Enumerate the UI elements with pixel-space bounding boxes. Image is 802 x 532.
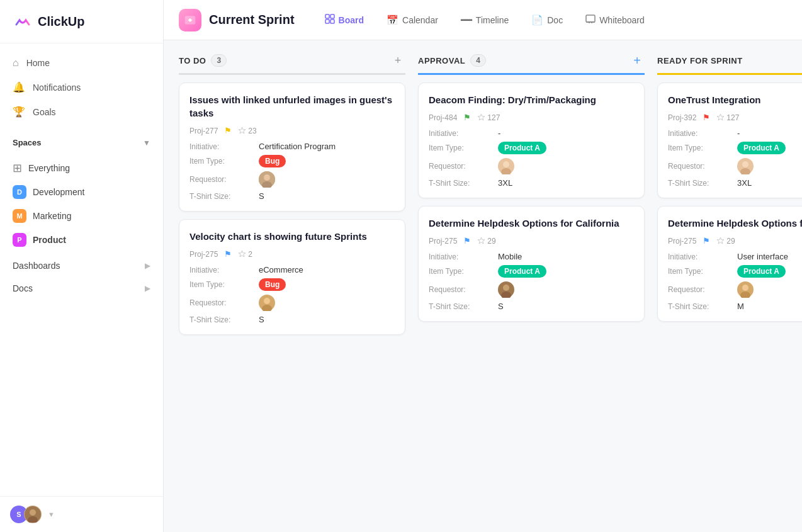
field-requestor-5: Requestor: [668, 158, 802, 174]
initiative-label-2: Initiative: [189, 266, 259, 274]
svg-point-17 [264, 298, 270, 304]
star-score-2: 2 [238, 250, 252, 259]
tshirt-label-4: T-Shirt Size: [429, 302, 498, 311]
svg-rect-5 [325, 14, 329, 18]
card-proj-5: Proj-392 [668, 113, 696, 122]
field-itemtype-3: Item Type: Product A [429, 142, 634, 154]
spaces-section-header[interactable]: Spaces ▼ [0, 132, 163, 154]
tab-doc-label: Doc [547, 15, 563, 25]
field-requestor-3: Requestor: [429, 158, 634, 174]
nav-tabs: Board 📅 Calendar ━━ Timeline 📄 Doc [315, 9, 787, 31]
tab-whiteboard[interactable]: Whiteboard [575, 9, 655, 31]
requestor-avatar-4 [498, 281, 514, 298]
card-6: Determine Helpdesk Options for Californi… [657, 206, 802, 322]
tab-calendar[interactable]: 📅 Calendar [376, 9, 448, 31]
card-meta-5: Proj-392 ⚑ 127 [668, 113, 802, 122]
card-meta-3: Proj-484 ⚑ 127 [429, 113, 634, 122]
card-fields-5: Initiative: - Item Type: Product A Reque… [668, 128, 802, 188]
field-initiative-6: Initiative: User interface [668, 252, 802, 261]
star-score-4: 29 [477, 237, 495, 246]
column-header-approval: APPROVAL 4 + [418, 53, 645, 75]
tab-timeline[interactable]: ━━ Timeline [451, 9, 519, 31]
card-meta-4: Proj-275 ⚑ 29 [429, 236, 634, 246]
column-title-ready: READY FOR SPRINT [657, 56, 743, 65]
card-proj-1: Proj-277 [189, 127, 218, 135]
field-tshirt-6: T-Shirt Size: M [668, 302, 802, 311]
trophy-icon: 🏆 [13, 106, 25, 118]
field-initiative-5: Initiative: - [668, 128, 802, 138]
sidebar-item-development[interactable]: D Development [0, 180, 163, 204]
card-2: Velocity chart is showing future Sprints… [179, 219, 405, 335]
requestor-label-3: Requestor: [429, 162, 498, 171]
card-3: Deacom Finding: Dry/Trim/Packaging Proj-… [418, 82, 645, 198]
field-initiative-4: Initiative: Mobile [429, 252, 634, 261]
tab-board[interactable]: Board [315, 9, 374, 31]
tshirt-label-3: T-Shirt Size: [429, 179, 498, 188]
tab-whiteboard-label: Whiteboard [599, 15, 645, 25]
card-title-4: Determine Helpdesk Options for Californi… [429, 217, 634, 230]
itemtype-label-3: Item Type: [429, 144, 498, 152]
field-requestor-4: Requestor: [429, 281, 634, 298]
field-initiative-2: Initiative: eCommerce [189, 265, 395, 274]
tshirt-value-1: S [259, 191, 264, 201]
field-tshirt-4: T-Shirt Size: S [429, 302, 634, 311]
column-header-todo: TO DO 3 + [179, 53, 405, 75]
add-card-approval-button[interactable]: + [630, 53, 645, 68]
tshirt-value-2: S [259, 315, 264, 324]
card-fields-3: Initiative: - Item Type: Product A Reque… [429, 128, 634, 188]
score-1: 23 [248, 127, 256, 135]
sidebar-item-dashboards[interactable]: Dashboards ▶ [0, 254, 163, 277]
card-title-2: Velocity chart is showing future Sprints [189, 230, 395, 243]
svg-point-1 [30, 509, 36, 516]
column-todo: TO DO 3 + Issues with linked unfurled im… [179, 53, 405, 519]
initiative-value-3: - [498, 128, 500, 138]
requestor-avatar-3 [498, 158, 514, 174]
initiative-value-1: Certification Program [259, 142, 336, 151]
flag-icon-3: ⚑ [463, 113, 471, 122]
card-proj-6: Proj-275 [668, 237, 696, 246]
chevron-down-user[interactable]: ▼ [48, 511, 55, 518]
user-avatar-stack[interactable]: S [10, 506, 42, 523]
sidebar-label-goals: Goals [33, 107, 56, 117]
sidebar-label-everything: Everything [28, 163, 70, 173]
score-2: 2 [248, 250, 252, 259]
sidebar-label-product: Product [33, 235, 66, 245]
sidebar-item-notifications[interactable]: 🔔 Notifications [0, 75, 163, 99]
field-itemtype-1: Item Type: Bug [189, 155, 395, 167]
sidebar-item-docs[interactable]: Docs ▶ [0, 277, 163, 300]
sidebar-item-product[interactable]: P Product [0, 228, 163, 252]
tab-board-label: Board [339, 15, 364, 25]
card-fields-6: Initiative: User interface Item Type: Pr… [668, 252, 802, 311]
home-icon: ⌂ [13, 57, 19, 69]
score-5: 127 [726, 113, 739, 122]
sidebar-label-marketing: Marketing [33, 211, 71, 221]
sidebar-item-everything[interactable]: ⊞ Everything [0, 156, 163, 180]
requestor-label-2: Requestor: [189, 298, 259, 307]
sidebar-item-marketing[interactable]: M Marketing [0, 204, 163, 228]
sidebar-item-home[interactable]: ⌂ Home [0, 51, 163, 75]
column-count-approval: 4 [470, 54, 486, 67]
initiative-value-5: - [737, 128, 740, 138]
card-title-6: Determine Helpdesk Options for Californi… [668, 217, 802, 230]
flag-icon-2: ⚑ [224, 249, 232, 259]
tab-doc[interactable]: 📄 Doc [521, 9, 573, 31]
add-card-todo-button[interactable]: + [390, 53, 405, 68]
svg-rect-6 [330, 14, 334, 18]
tshirt-value-6: M [737, 302, 744, 311]
column-header-ready: READY FOR SPRINT + [657, 53, 802, 75]
sidebar-item-goals[interactable]: 🏆 Goals [0, 99, 163, 124]
itemtype-label-1: Item Type: [189, 157, 259, 166]
sidebar-bottom: Dashboards ▶ Docs ▶ [0, 254, 163, 300]
field-itemtype-4: Item Type: Product A [429, 265, 634, 278]
field-itemtype-5: Item Type: Product A [668, 142, 802, 154]
whiteboard-icon [585, 14, 596, 26]
initiative-label-6: Initiative: [668, 252, 737, 261]
column-ready: READY FOR SPRINT + OneTrust Integration … [657, 53, 802, 519]
svg-point-14 [264, 174, 270, 181]
field-requestor-6: Requestor: [668, 281, 802, 298]
field-tshirt-2: T-Shirt Size: S [189, 315, 395, 324]
requestor-avatar-6 [737, 281, 754, 298]
chevron-down-icon: ▼ [143, 139, 150, 147]
star-score-1: 23 [238, 127, 256, 135]
board-content: TO DO 3 + Issues with linked unfurled im… [164, 40, 802, 532]
